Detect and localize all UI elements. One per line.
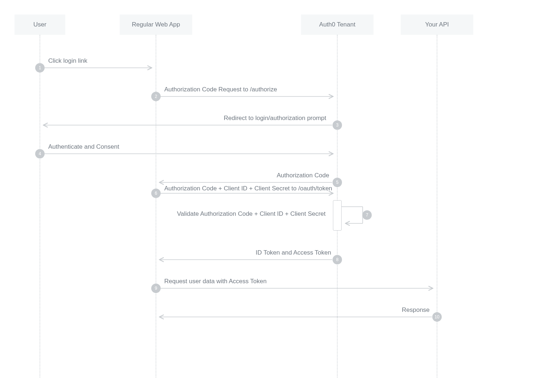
participant-webapp: Regular Web App — [120, 15, 192, 35]
step-badge-2: 2 — [151, 92, 161, 101]
participant-user: User — [15, 15, 65, 35]
step-badge-6: 6 — [151, 189, 161, 198]
step-badge-10: 10 — [432, 312, 442, 322]
participant-api: Your API — [401, 15, 473, 35]
msg-5: Authorization Code — [277, 172, 329, 179]
step-badge-1: 1 — [35, 63, 45, 73]
step-badge-4: 4 — [35, 149, 45, 158]
lifeline-user — [40, 35, 40, 377]
activation-auth0-validate — [333, 200, 342, 231]
participant-auth0: Auth0 Tenant — [301, 15, 374, 35]
msg-1: Click login link — [48, 57, 87, 65]
msg-3: Redirect to login/authorization prompt — [224, 115, 326, 122]
msg-7: Validate Authorization Code + Client ID … — [177, 210, 326, 218]
lifeline-webapp — [156, 35, 156, 377]
step-badge-8: 8 — [333, 255, 342, 264]
msg-6: Authorization Code + Client ID + Client … — [164, 185, 332, 192]
msg-10: Response — [402, 306, 430, 314]
lifeline-api — [437, 35, 437, 377]
msg-8: ID Token and Access Token — [256, 249, 331, 256]
step-badge-5: 5 — [333, 178, 342, 187]
msg-2: Authorization Code Request to /authorize — [164, 86, 277, 93]
step-badge-9: 9 — [151, 284, 161, 293]
step-badge-7: 7 — [362, 210, 372, 220]
msg-4: Authenticate and Consent — [48, 143, 119, 150]
step-badge-3: 3 — [333, 120, 342, 130]
msg-9: Request user data with Access Token — [164, 278, 267, 285]
